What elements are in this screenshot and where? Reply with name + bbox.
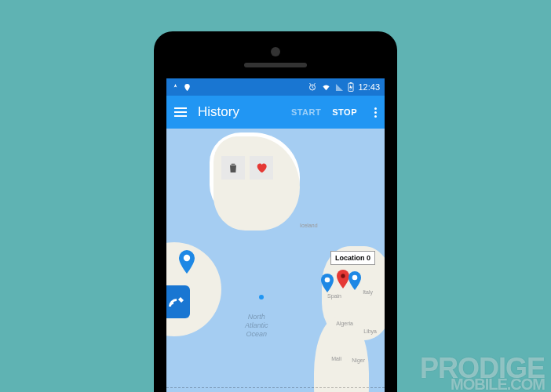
watermark: PRODIGE MOBILE.COM (420, 358, 545, 390)
svg-point-5 (341, 274, 345, 278)
map-label-mali: Mali (331, 356, 341, 361)
current-location-dot (259, 295, 264, 299)
gps-icon (171, 83, 180, 92)
wifi-icon (321, 83, 331, 92)
marker-popup (221, 156, 273, 180)
ocean-label: NorthAtlanticOcean (245, 313, 268, 338)
map-pin-selected[interactable] (337, 270, 349, 289)
map-label-spain: Spain (327, 293, 341, 299)
map-label-algeria: Algeria (336, 321, 353, 326)
map-view[interactable]: Iceland Spain Italy Algeria Libya Mali N… (166, 129, 385, 392)
stop-button[interactable]: STOP (332, 107, 357, 117)
map-gridline (166, 387, 385, 388)
more-icon[interactable] (374, 107, 377, 118)
svg-rect-2 (350, 82, 352, 83)
page-title: History (198, 104, 280, 120)
map-label-libya: Libya (363, 328, 377, 334)
signal-icon (335, 83, 344, 92)
alarm-icon (308, 82, 317, 92)
map-label-italy: Italy (363, 289, 373, 295)
location-tooltip[interactable]: Location 0 (330, 251, 375, 265)
app-bar: History START STOP (166, 96, 385, 129)
location-icon (183, 83, 192, 92)
map-pin[interactable] (321, 274, 334, 292)
map-label-niger: Niger (352, 358, 365, 363)
delete-button[interactable] (221, 156, 245, 180)
status-bar: 12:43 (166, 78, 385, 96)
battery-icon (348, 82, 354, 92)
map-label-iceland: Iceland (300, 223, 318, 228)
svg-point-4 (325, 278, 330, 283)
favorite-button[interactable] (250, 156, 273, 180)
map-pin[interactable] (178, 250, 195, 274)
svg-point-3 (184, 255, 190, 261)
screen: 12:43 History START STOP Iceland Spain I… (166, 78, 385, 392)
start-button[interactable]: START (291, 107, 321, 117)
menu-icon[interactable] (174, 107, 187, 117)
satellite-icon[interactable] (166, 285, 190, 318)
phone-frame: 12:43 History START STOP Iceland Spain I… (154, 31, 397, 392)
map-pin[interactable] (348, 271, 361, 290)
status-time: 12:43 (358, 82, 380, 92)
svg-point-6 (352, 275, 358, 281)
